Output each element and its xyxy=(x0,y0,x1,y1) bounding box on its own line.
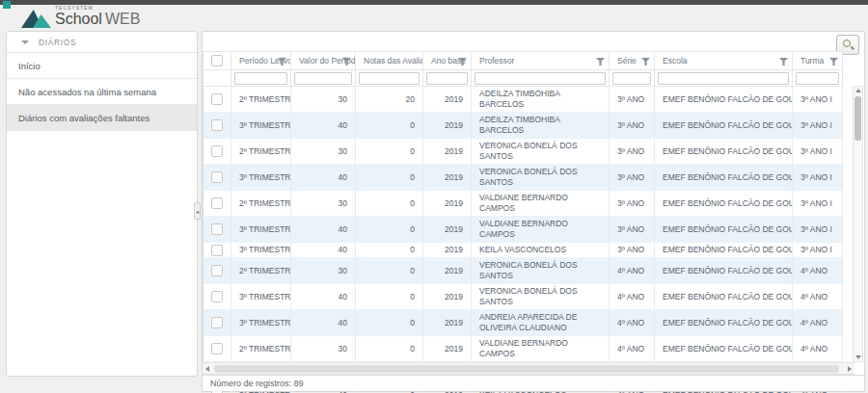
status-bar: Número de registros: 89 xyxy=(203,375,864,391)
brand-accent-square xyxy=(3,1,11,9)
cell: 3º ANO I xyxy=(793,113,843,139)
filter-input-col-7[interactable] xyxy=(658,72,789,85)
scroll-right-icon[interactable] xyxy=(848,366,852,372)
cell: 40 xyxy=(291,113,356,139)
main-panel: Período LetivoValor do PeríodoNotas das … xyxy=(202,31,865,392)
cell: EMEF BENÔNIO FALCÃO DE GOUVÊA xyxy=(655,243,793,258)
chevron-down-icon xyxy=(21,40,29,44)
row-checkbox[interactable] xyxy=(211,93,223,105)
column-header-label: Notas das Avaliações xyxy=(364,56,423,66)
column-header[interactable]: Ano base xyxy=(423,52,472,70)
column-header[interactable]: Série xyxy=(610,52,655,70)
filter-input-col-4[interactable] xyxy=(426,72,468,85)
filter-funnel-icon[interactable] xyxy=(829,58,838,66)
select-all-checkbox[interactable] xyxy=(211,55,223,66)
column-header[interactable]: Professor xyxy=(472,52,610,70)
sidebar-item-2[interactable]: Não acessados na última semana xyxy=(7,79,197,105)
cell: EMEF BENÔNIO FALCÃO DE GOUVÊA xyxy=(655,165,793,191)
table-row[interactable]: 3º TRIMESTRE4002019ANDREIA APARECIDA DE … xyxy=(203,310,843,336)
table-row[interactable]: 3º TRIMESTRE4002019KEILA VASCONCELOS3º A… xyxy=(203,243,843,258)
filter-input-col-5[interactable] xyxy=(475,72,606,85)
horizontal-scroll-thumb[interactable] xyxy=(214,365,839,373)
cell: 2019 xyxy=(423,243,472,258)
column-header-label: Série xyxy=(617,56,637,66)
row-checkbox[interactable] xyxy=(211,223,223,235)
column-header[interactable]: Período Letivo xyxy=(231,52,291,70)
column-header[interactable]: Turma xyxy=(793,52,843,70)
column-header[interactable]: Valor do Período xyxy=(291,52,356,70)
cell: 2º TRIMESTRE xyxy=(231,87,291,113)
cell: 3º ANO xyxy=(610,87,655,113)
filter-funnel-icon[interactable] xyxy=(641,58,650,66)
cell: VERONICA BONELÁ DOS SANTOS xyxy=(472,139,610,165)
row-checkbox[interactable] xyxy=(211,145,223,157)
vertical-scrollbar[interactable] xyxy=(853,86,863,362)
filter-cell xyxy=(203,70,231,87)
cell: 40 xyxy=(291,165,356,191)
cell: EMEF BENÔNIO FALCÃO DE GOUVÊA xyxy=(655,191,793,217)
row-checkbox-cell xyxy=(203,217,231,243)
table-row[interactable]: 2º TRIMESTRE3002019VALDIANE BERNARDO CAM… xyxy=(203,336,843,362)
table-row[interactable]: 3º TRIMESTRE4002019ADEILZA TIMBOHIBA BAR… xyxy=(203,113,843,139)
cell: 4º ANO xyxy=(610,310,655,336)
cell: EMEF BENÔNIO FALCÃO DE GOUVÊA xyxy=(655,139,793,165)
sidebar-collapse-handle[interactable]: ◂ xyxy=(194,202,201,220)
cell: 4º ANO xyxy=(793,310,843,336)
cell: EMEF BENÔNIO FALCÃO DE GOUVÊA xyxy=(655,217,793,243)
column-header-label: Professor xyxy=(479,56,514,66)
cell: 3º TRIMESTRE xyxy=(231,217,291,243)
table-row[interactable]: 3º TRIMESTRE4002019VERONICA BONELÁ DOS S… xyxy=(203,165,843,191)
row-checkbox[interactable] xyxy=(211,197,223,209)
row-checkbox[interactable] xyxy=(211,171,223,183)
scroll-down-icon[interactable] xyxy=(855,355,861,359)
filter-funnel-icon[interactable] xyxy=(596,58,605,66)
table-row[interactable]: 2º TRIMESTRE30202019ADEILZA TIMBOHIBA BA… xyxy=(203,87,843,113)
scroll-up-icon[interactable] xyxy=(855,89,861,92)
scroll-left-icon[interactable] xyxy=(205,366,209,372)
row-checkbox[interactable] xyxy=(211,317,223,328)
cell: 30 xyxy=(291,336,356,362)
cell: 2019 xyxy=(423,87,472,113)
table-row[interactable]: 2º TRIMESTRE3002019VERONICA BONELÁ DOS S… xyxy=(203,258,843,284)
filter-cell xyxy=(291,70,356,87)
cell: 0 xyxy=(356,336,423,362)
filter-input-col-3[interactable] xyxy=(359,72,420,85)
row-checkbox[interactable] xyxy=(211,343,223,354)
cell: 30 xyxy=(291,258,356,284)
row-checkbox-cell xyxy=(203,165,231,191)
filter-input-col-6[interactable] xyxy=(612,72,651,85)
cell: 0 xyxy=(356,217,423,243)
column-header[interactable]: Escola xyxy=(655,52,793,70)
vertical-scroll-thumb[interactable] xyxy=(854,96,861,141)
sidebar-section-diarios[interactable]: DIÁRIOS xyxy=(7,32,197,53)
table-row[interactable]: 3º TRIMESTRE4002019VALDIANE BERNARDO CAM… xyxy=(203,217,843,243)
filter-input-col-2[interactable] xyxy=(294,72,352,85)
table-row[interactable]: 2º TRIMESTRE3002019VERONICA BONELÁ DOS S… xyxy=(203,139,843,165)
sidebar-item-1[interactable]: Início xyxy=(7,53,197,79)
cell: VERONICA BONELÁ DOS SANTOS xyxy=(472,258,610,284)
filter-funnel-icon[interactable] xyxy=(779,58,788,66)
filter-input-col-8[interactable] xyxy=(796,72,839,85)
cell: 0 xyxy=(356,113,423,139)
row-checkbox[interactable] xyxy=(211,119,223,131)
row-checkbox[interactable] xyxy=(211,291,223,302)
cell: EMEF BENÔNIO FALCÃO DE GOUVÊA xyxy=(655,310,793,336)
cell: 2019 xyxy=(423,191,472,217)
cell: EMEF BENÔNIO FALCÃO DE GOUVÊA xyxy=(655,113,793,139)
sidebar-item-3[interactable]: Diários com avaliações faltantes xyxy=(7,105,197,131)
column-header[interactable]: Notas das Avaliações xyxy=(356,52,423,70)
row-checkbox[interactable] xyxy=(211,265,223,276)
table-row[interactable]: 3º TRIMESTRE4002019VERONICA BONELÁ DOS S… xyxy=(203,284,843,310)
cell: 0 xyxy=(356,243,423,258)
cell: 40 xyxy=(291,243,356,258)
filter-input-col-1[interactable] xyxy=(234,72,287,85)
row-checkbox[interactable] xyxy=(211,245,223,256)
filter-cell xyxy=(793,70,843,87)
table-row[interactable]: 2º TRIMESTRE3002019VALDIANE BERNARDO CAM… xyxy=(203,191,843,217)
diarios-table: Período LetivoValor do PeríodoNotas das … xyxy=(203,51,843,393)
cell: 2019 xyxy=(423,165,472,191)
cell: 0 xyxy=(356,310,423,336)
cell: 3º ANO I xyxy=(793,243,843,258)
horizontal-scrollbar[interactable] xyxy=(203,362,854,375)
cell: 3º ANO xyxy=(610,139,655,165)
